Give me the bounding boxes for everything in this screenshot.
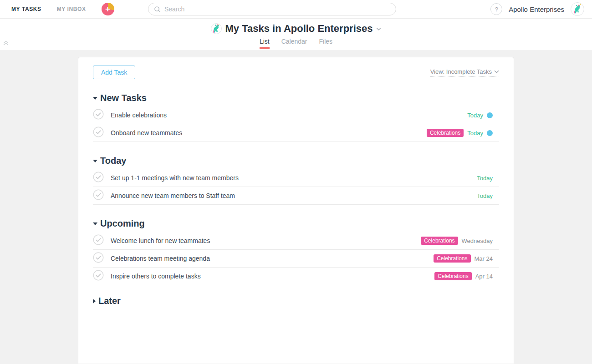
task-name: Inspire others to complete tasks [111,273,201,280]
project-avatar [211,23,222,34]
section-later: Later [93,296,499,306]
task-row[interactable]: Inspire others to complete tasksCelebrat… [93,268,499,285]
task-list-panel: Add Task View: Incomplete Tasks New Task… [78,57,514,364]
status-dot-icon [487,112,493,118]
unicorn-avatar-icon [571,2,584,16]
top-nav-right: ? Apollo Enterprises [490,2,592,16]
task-row[interactable]: Celebrations team meeting agendaCelebrat… [93,250,499,268]
help-button[interactable]: ? [490,3,502,15]
task-row[interactable]: Welcome lunch for new teammatesCelebrati… [93,232,499,250]
page-header: My Tasks in Apollo Enterprises ListCalen… [0,19,592,51]
section-title: Later [98,296,121,306]
nav-my-inbox[interactable]: MY INBOX [57,6,86,12]
top-nav-left: MY TASKSMY INBOX + [0,3,148,15]
task-row[interactable]: Set up 1-1 meetings with new team member… [93,169,499,187]
task-list: Set up 1-1 meetings with new team member… [93,169,499,205]
project-tag[interactable]: Celebrations [427,129,464,137]
content-area: Add Task View: Incomplete Tasks New Task… [0,51,592,364]
due-date: Today [477,192,493,199]
task-name: Celebrations team meeting agenda [111,255,210,262]
collapse-header-icon[interactable] [3,40,9,48]
tab-files[interactable]: Files [319,38,333,49]
search-bar[interactable] [148,3,396,15]
section-header-later[interactable]: Later [93,296,499,306]
task-name: Set up 1-1 meetings with new team member… [111,174,239,182]
task-meta: Today [477,192,499,199]
section-header-today[interactable]: Today [93,156,499,166]
task-meta: Today [467,112,499,119]
project-tag[interactable]: Celebrations [421,237,458,245]
title-dropdown-caret[interactable] [376,25,381,33]
complete-checkbox-icon[interactable] [93,126,111,139]
section-title: Upcoming [100,218,145,229]
chevron-down-icon [494,68,499,75]
project-tag[interactable]: Celebrations [434,254,470,263]
task-name: Welcome lunch for new teammates [111,237,210,244]
complete-checkbox-icon[interactable] [93,172,111,184]
workspace-name[interactable]: Apollo Enterprises [509,5,564,13]
view-filter-dropdown[interactable]: View: Incomplete Tasks [430,68,499,77]
nav-my-tasks[interactable]: MY TASKS [11,6,41,12]
top-navigation-bar: MY TASKSMY INBOX + ? Apollo Enterprises [0,0,592,19]
task-meta: CelebrationsWednesday [421,237,499,245]
section-header-new-tasks[interactable]: New Tasks [93,93,499,103]
unicorn-avatar-icon [211,23,222,34]
due-date: Today [467,112,483,119]
section-today: Today Set up 1-1 meetings with new team … [93,156,499,205]
task-name: Announce new team members to Staff team [111,192,235,199]
search-icon [154,6,161,13]
section-title: Today [100,156,126,166]
task-list: Welcome lunch for new teammatesCelebrati… [93,232,499,285]
section-header-upcoming[interactable]: Upcoming [93,218,499,229]
task-name: Enable celebrations [111,111,167,119]
quick-add-button[interactable]: + [102,3,114,15]
complete-checkbox-icon[interactable] [93,270,111,283]
task-sections: New Tasks Enable celebrationsToday Onboa… [93,93,499,306]
task-meta: Today [477,175,499,182]
view-filter-label: View: Incomplete Tasks [430,68,492,75]
task-row[interactable]: Onboard new teammatesCelebrationsToday [93,124,499,142]
collapsed-section-line [126,301,499,301]
collapsed-section-line-left [84,301,90,301]
add-task-button[interactable]: Add Task [93,66,135,79]
tab-list[interactable]: List [260,38,270,49]
task-row[interactable]: Announce new team members to Staff teamT… [93,187,499,205]
due-date: Today [467,130,483,136]
complete-checkbox-icon[interactable] [93,109,111,121]
section-new-tasks: New Tasks Enable celebrationsToday Onboa… [93,93,499,142]
list-toolbar: Add Task View: Incomplete Tasks [93,66,499,79]
task-row[interactable]: Enable celebrationsToday [93,106,499,124]
due-date: Mar 24 [475,255,493,262]
complete-checkbox-icon[interactable] [93,252,111,265]
tab-calendar[interactable]: Calendar [281,38,307,49]
title-row: My Tasks in Apollo Enterprises [0,19,592,35]
expanded-triangle-icon [93,160,97,162]
expanded-triangle-icon [93,97,97,100]
due-date: Apr 14 [475,273,493,280]
project-tag[interactable]: Celebrations [434,272,471,280]
task-meta: CelebrationsMar 24 [434,254,499,263]
complete-checkbox-icon[interactable] [93,234,111,247]
expanded-triangle-icon [93,222,97,225]
task-meta: CelebrationsApr 14 [434,272,499,280]
status-dot-icon [487,130,493,136]
task-list: Enable celebrationsToday Onboard new tea… [93,106,499,142]
complete-checkbox-icon[interactable] [93,189,111,202]
due-date: Today [477,175,493,182]
page-title: My Tasks in Apollo Enterprises [225,23,373,35]
view-tabs: ListCalendarFiles [0,38,592,49]
collapsed-triangle-icon [93,299,96,303]
section-upcoming: Upcoming Welcome lunch for new teammates… [93,218,499,285]
search-input[interactable] [164,5,390,13]
section-title: New Tasks [100,93,147,103]
task-name: Onboard new teammates [111,129,182,136]
due-date: Wednesday [462,238,493,244]
task-meta: CelebrationsToday [427,129,499,137]
user-avatar[interactable] [571,2,584,16]
